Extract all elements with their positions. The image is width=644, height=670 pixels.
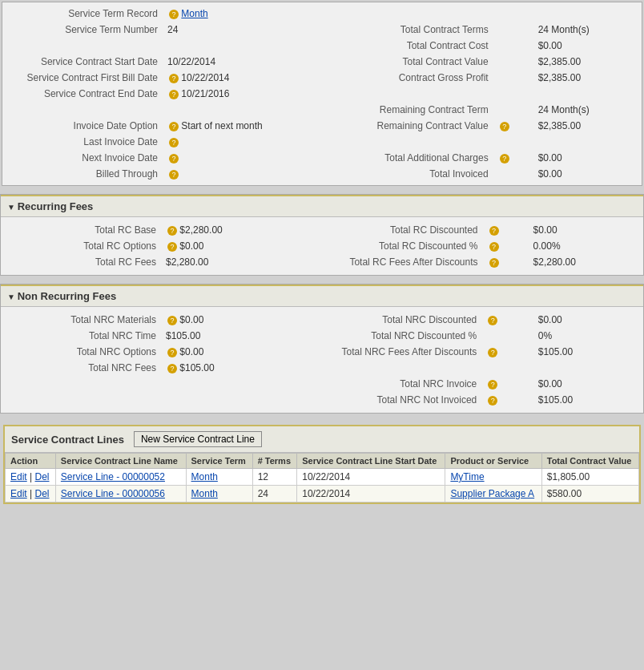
non-recurring-fees-header[interactable]: Non Recurring Fees bbox=[1, 285, 643, 307]
total-additional-icon[interactable]: ? bbox=[500, 154, 509, 163]
rc-discounted-value: $0.00 bbox=[529, 222, 643, 238]
first-bill-date-label: Service Contract First Bill Date bbox=[2, 70, 163, 86]
nrc-invoice-icon[interactable]: ? bbox=[488, 380, 497, 389]
row-invoice-date-option: Invoice Date Option ? Start of next mont… bbox=[2, 118, 642, 134]
rc-options-value: $0.00 bbox=[179, 240, 203, 252]
col-action: Action bbox=[6, 454, 56, 469]
contract-gross-profit-label: Contract Gross Profit bbox=[349, 70, 493, 86]
contract-lines-header: Service Contract Lines New Service Contr… bbox=[5, 426, 639, 453]
invoice-date-value: Start of next month bbox=[181, 120, 262, 131]
recurring-fees-content: Total RC Base ? $2,280.00 Total RC Disco… bbox=[1, 217, 643, 275]
non-recurring-fees-panel: Non Recurring Fees Total NRC Materials ?… bbox=[0, 284, 644, 414]
row-nrc-materials: Total NRC Materials ? $0.00 Total NRC Di… bbox=[1, 312, 643, 328]
total-value-cell-1: $580.00 bbox=[541, 486, 638, 502]
nrc-options-icon[interactable]: ? bbox=[167, 348, 177, 357]
line-name-link-1[interactable]: Service Line - 00000056 bbox=[61, 488, 165, 499]
col-start-date: Service Contract Line Start Date bbox=[297, 454, 445, 469]
contract-line-row-1: Edit | Del Service Line - 00000056 Month… bbox=[6, 486, 639, 502]
service-term-link-0[interactable]: Month bbox=[191, 471, 218, 482]
nrc-fees-value: $105.00 bbox=[179, 362, 214, 373]
nrc-fees-after-icon[interactable]: ? bbox=[488, 348, 497, 357]
product-link-1[interactable]: Supplier Package A bbox=[450, 488, 534, 499]
total-contract-cost-value: $0.00 bbox=[533, 38, 642, 54]
line-name-link-0[interactable]: Service Line - 00000052 bbox=[61, 471, 165, 482]
recurring-fees-table: Total RC Base ? $2,280.00 Total RC Disco… bbox=[1, 222, 643, 270]
nrc-invoice-value: $0.00 bbox=[533, 376, 643, 392]
service-term-record-value[interactable]: Month bbox=[181, 8, 207, 19]
rc-discounted-pct-icon[interactable]: ? bbox=[489, 242, 499, 252]
start-date-label: Service Contract Start Date bbox=[2, 54, 163, 70]
rc-options-icon[interactable]: ? bbox=[167, 242, 177, 252]
total-invoiced-value: $0.00 bbox=[533, 166, 642, 182]
rc-fees-after-icon[interactable]: ? bbox=[489, 258, 499, 268]
row-start-date: Service Contract Start Date 10/22/2014 T… bbox=[2, 54, 642, 70]
service-term-cell-0: Month bbox=[186, 469, 252, 486]
service-term-cell-1: Month bbox=[186, 486, 252, 502]
service-term-record-icon[interactable]: ? bbox=[169, 10, 179, 19]
contract-lines-panel: Service Contract Lines New Service Contr… bbox=[3, 425, 641, 504]
nrc-options-value: $0.00 bbox=[179, 346, 203, 357]
edit-link-1[interactable]: Edit bbox=[10, 488, 27, 499]
product-link-0[interactable]: MyTime bbox=[450, 471, 484, 482]
next-invoice-icon[interactable]: ? bbox=[169, 154, 179, 163]
product-cell-0: MyTime bbox=[445, 469, 541, 486]
row-first-bill-date: Service Contract First Bill Date ? 10/22… bbox=[2, 70, 642, 86]
col-product: Product or Service bbox=[445, 454, 541, 469]
contract-lines-table: Action Service Contract Line Name Servic… bbox=[5, 453, 639, 502]
edit-link-0[interactable]: Edit bbox=[10, 471, 27, 482]
remaining-term-label: Remaining Contract Term bbox=[349, 102, 493, 118]
billed-through-icon[interactable]: ? bbox=[169, 170, 179, 180]
contract-lines-title: Service Contract Lines bbox=[11, 434, 124, 446]
nrc-fees-after-value: $105.00 bbox=[533, 344, 643, 360]
recurring-fees-header[interactable]: Recurring Fees bbox=[1, 195, 643, 217]
remaining-value-icon[interactable]: ? bbox=[500, 122, 509, 131]
separator-3 bbox=[0, 417, 644, 422]
del-link-1[interactable]: Del bbox=[34, 488, 49, 499]
nrc-not-invoiced-icon[interactable]: ? bbox=[488, 396, 497, 406]
nrc-fees-icon[interactable]: ? bbox=[167, 364, 177, 373]
new-service-contract-line-button[interactable]: New Service Contract Line bbox=[134, 431, 262, 447]
contract-gross-profit-value: $2,385.00 bbox=[533, 70, 642, 86]
rc-discounted-icon[interactable]: ? bbox=[489, 226, 499, 236]
row-nrc-options: Total NRC Options ? $0.00 Total NRC Fees… bbox=[1, 344, 643, 360]
total-additional-label: Total Additional Charges bbox=[349, 150, 493, 166]
start-date-cell-1: 10/22/2014 bbox=[297, 486, 445, 502]
total-additional-value: $0.00 bbox=[533, 150, 642, 166]
service-term-number-label: Service Term Number bbox=[2, 22, 163, 38]
first-bill-date-value: 10/22/2014 bbox=[181, 72, 229, 83]
total-contract-terms-value: 24 Month(s) bbox=[533, 22, 642, 38]
row-total-contract-cost: Total Contract Cost $0.00 bbox=[2, 38, 642, 54]
col-num-terms: # Terms bbox=[252, 454, 297, 469]
total-value-cell-0: $1,805.00 bbox=[541, 469, 638, 486]
first-bill-date-icon[interactable]: ? bbox=[169, 74, 179, 83]
num-terms-cell-0: 12 bbox=[252, 469, 297, 486]
nrc-not-invoiced-value: $105.00 bbox=[533, 392, 643, 408]
row-service-term-record: Service Term Record ? Month bbox=[2, 6, 642, 22]
num-terms-cell-1: 24 bbox=[252, 486, 297, 502]
row-remaining-term: Remaining Contract Term 24 Month(s) bbox=[2, 102, 642, 118]
service-term-link-1[interactable]: Month bbox=[191, 488, 218, 499]
nrc-materials-value: $0.00 bbox=[179, 314, 203, 325]
del-link-0[interactable]: Del bbox=[34, 471, 49, 482]
non-recurring-fees-content: Total NRC Materials ? $0.00 Total NRC Di… bbox=[1, 307, 643, 413]
nrc-discounted-pct-value: 0% bbox=[533, 328, 643, 344]
invoice-date-icon[interactable]: ? bbox=[169, 122, 179, 131]
row-nrc-fees: Total NRC Fees ? $105.00 bbox=[1, 360, 643, 376]
total-contract-cost-label: Total Contract Cost bbox=[349, 38, 493, 54]
total-contract-value-label: Total Contract Value bbox=[349, 54, 493, 70]
nrc-discounted-icon[interactable]: ? bbox=[488, 316, 497, 325]
nrc-discounted-value: $0.00 bbox=[533, 312, 643, 328]
nrc-materials-icon[interactable]: ? bbox=[167, 316, 177, 325]
line-name-cell-0: Service Line - 00000052 bbox=[55, 469, 186, 486]
rc-base-icon[interactable]: ? bbox=[167, 226, 177, 236]
action-cell-1: Edit | Del bbox=[6, 486, 56, 502]
contract-lines-body: Edit | Del Service Line - 00000052 Month… bbox=[6, 469, 639, 502]
row-billed-through: Billed Through ? Total Invoiced $0.00 bbox=[2, 166, 642, 182]
end-date-icon[interactable]: ? bbox=[169, 90, 179, 99]
top-panel: Service Term Record ? Month Service Term… bbox=[2, 2, 642, 186]
last-invoice-icon[interactable]: ? bbox=[169, 138, 179, 147]
row-rc-options: Total RC Options ? $0.00 Total RC Discou… bbox=[1, 238, 643, 254]
contract-lines-header-row: Action Service Contract Line Name Servic… bbox=[6, 454, 639, 469]
contract-lines-thead: Action Service Contract Line Name Servic… bbox=[6, 454, 639, 469]
nrc-time-value: $105.00 bbox=[161, 328, 305, 344]
